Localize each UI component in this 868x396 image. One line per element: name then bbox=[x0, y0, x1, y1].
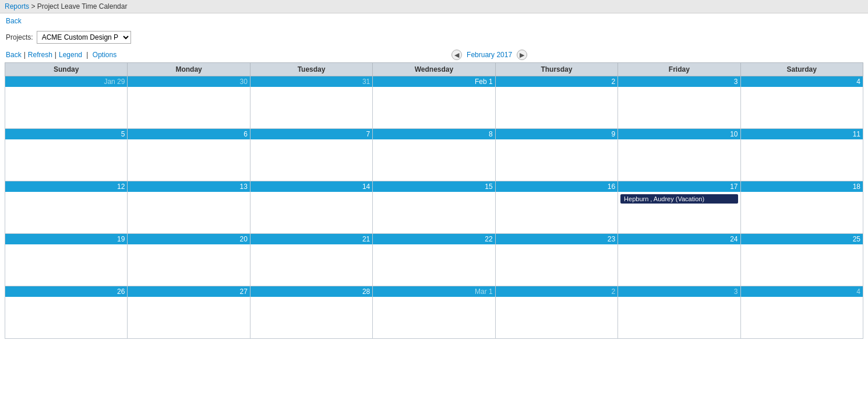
toolbar-legend-link[interactable]: Legend bbox=[59, 51, 82, 59]
calendar-day-cell[interactable]: 11 bbox=[740, 129, 863, 181]
calendar-day-cell[interactable]: 25 bbox=[740, 234, 863, 286]
calendar-day-cell[interactable]: 14 bbox=[250, 181, 372, 234]
day-number: 20 bbox=[128, 234, 249, 244]
day-content: Hepburn , Audrey (Vacation) bbox=[618, 192, 740, 233]
day-number: 27 bbox=[128, 286, 249, 297]
calendar-day-cell[interactable]: Feb 1 bbox=[373, 76, 495, 129]
calendar-day-cell[interactable]: 18 bbox=[740, 181, 863, 234]
calendar-day-cell[interactable]: 5 bbox=[5, 129, 128, 181]
day-content bbox=[496, 139, 618, 180]
day-content bbox=[741, 297, 863, 338]
back-link-top[interactable]: Back bbox=[6, 17, 22, 25]
day-number: 31 bbox=[250, 76, 372, 87]
day-content bbox=[250, 297, 372, 338]
calendar-day-cell[interactable]: 2 bbox=[495, 76, 618, 129]
calendar-day-cell[interactable]: 2 bbox=[495, 286, 618, 339]
toolbar-sep2: | bbox=[55, 51, 57, 59]
day-number: 12 bbox=[5, 181, 127, 192]
day-content bbox=[5, 139, 127, 180]
day-number: 18 bbox=[741, 181, 863, 192]
calendar-day-cell[interactable]: Jan 29 bbox=[5, 76, 128, 129]
calendar-day-cell[interactable]: 3 bbox=[618, 76, 740, 129]
calendar-day-cell[interactable]: 26 bbox=[5, 286, 128, 339]
calendar-day-cell[interactable]: 22 bbox=[373, 234, 495, 286]
day-content bbox=[741, 244, 863, 285]
calendar-day-cell[interactable]: 3 bbox=[618, 286, 740, 339]
toolbar: Back | Refresh | Legend | Options ◀ Febr… bbox=[0, 47, 868, 62]
calendar-day-cell[interactable]: 15 bbox=[373, 181, 495, 234]
month-label: February 2017 bbox=[467, 51, 512, 59]
day-content bbox=[741, 139, 863, 180]
calendar-day-cell[interactable]: 30 bbox=[128, 76, 250, 129]
day-content bbox=[250, 87, 372, 128]
day-number: 5 bbox=[5, 129, 127, 139]
day-number: 14 bbox=[250, 181, 372, 192]
calendar-day-cell[interactable]: 13 bbox=[128, 181, 250, 234]
calendar-col-header: Wednesday bbox=[373, 63, 495, 76]
calendar-day-cell[interactable]: 28 bbox=[250, 286, 372, 339]
day-number: 9 bbox=[496, 129, 618, 139]
calendar-day-cell[interactable]: 9 bbox=[495, 129, 618, 181]
calendar-day-cell[interactable]: 10 bbox=[618, 129, 740, 181]
day-content bbox=[5, 192, 127, 233]
day-number: 22 bbox=[373, 234, 495, 244]
day-content bbox=[128, 87, 249, 128]
calendar-day-cell[interactable]: 27 bbox=[128, 286, 250, 339]
calendar-day-cell[interactable]: 24 bbox=[618, 234, 740, 286]
day-number: 15 bbox=[373, 181, 495, 192]
calendar-day-cell[interactable]: 21 bbox=[250, 234, 372, 286]
day-number: 7 bbox=[250, 129, 372, 139]
breadcrumb: Reports > Project Leave Time Calendar bbox=[0, 0, 868, 13]
calendar-col-header: Sunday bbox=[5, 63, 128, 76]
calendar-day-cell[interactable]: Mar 1 bbox=[373, 286, 495, 339]
calendar-day-cell[interactable]: 6 bbox=[128, 129, 250, 181]
calendar-day-cell[interactable]: 7 bbox=[250, 129, 372, 181]
day-content bbox=[741, 192, 863, 233]
prev-month-button[interactable]: ◀ bbox=[451, 50, 462, 60]
day-number: 24 bbox=[618, 234, 740, 244]
calendar-day-cell[interactable]: 4 bbox=[740, 286, 863, 339]
calendar-col-header: Saturday bbox=[740, 63, 863, 76]
month-nav: ◀ February 2017 ▶ bbox=[117, 50, 862, 60]
day-number: 10 bbox=[618, 129, 740, 139]
day-number: 17 bbox=[618, 181, 740, 192]
breadcrumb-reports-link[interactable]: Reports bbox=[5, 2, 29, 10]
day-content bbox=[250, 192, 372, 233]
calendar-day-cell[interactable]: 23 bbox=[495, 234, 618, 286]
day-content bbox=[250, 139, 372, 180]
calendar-col-header: Thursday bbox=[495, 63, 618, 76]
day-number: 8 bbox=[373, 129, 495, 139]
calendar-body: Jan 293031Feb 1234567891011121314151617H… bbox=[5, 76, 863, 339]
day-content bbox=[128, 297, 249, 338]
calendar-day-cell[interactable]: 19 bbox=[5, 234, 128, 286]
day-number: 13 bbox=[128, 181, 249, 192]
toolbar-options-link[interactable]: Options bbox=[93, 51, 117, 59]
toolbar-sep3: | bbox=[84, 51, 90, 59]
project-select[interactable]: ACME Custom Design P bbox=[37, 31, 131, 44]
calendar-event[interactable]: Hepburn , Audrey (Vacation) bbox=[620, 194, 738, 204]
day-number: 3 bbox=[618, 76, 740, 87]
day-number: 6 bbox=[128, 129, 249, 139]
calendar-day-cell[interactable]: 4 bbox=[740, 76, 863, 129]
day-content bbox=[5, 297, 127, 338]
calendar-week-row: 262728Mar 1234 bbox=[5, 286, 863, 339]
calendar-day-cell[interactable]: 8 bbox=[373, 129, 495, 181]
day-number: 21 bbox=[250, 234, 372, 244]
calendar-day-cell[interactable]: 17Hepburn , Audrey (Vacation) bbox=[618, 181, 740, 234]
calendar-day-cell[interactable]: 20 bbox=[128, 234, 250, 286]
toolbar-refresh-link[interactable]: Refresh bbox=[28, 51, 52, 59]
day-content bbox=[128, 139, 249, 180]
calendar-week-row: 121314151617Hepburn , Audrey (Vacation)1… bbox=[5, 181, 863, 234]
calendar-day-cell[interactable]: 12 bbox=[5, 181, 128, 234]
day-number: 30 bbox=[128, 76, 249, 87]
day-number: 26 bbox=[5, 286, 127, 297]
toolbar-back-link[interactable]: Back bbox=[6, 51, 22, 59]
day-content bbox=[373, 87, 495, 128]
next-month-button[interactable]: ▶ bbox=[517, 50, 527, 60]
day-number: Feb 1 bbox=[373, 76, 495, 87]
day-number: 11 bbox=[741, 129, 863, 139]
calendar-day-cell[interactable]: 31 bbox=[250, 76, 372, 129]
day-number: 23 bbox=[496, 234, 618, 244]
day-content bbox=[618, 87, 740, 128]
calendar-day-cell[interactable]: 16 bbox=[495, 181, 618, 234]
